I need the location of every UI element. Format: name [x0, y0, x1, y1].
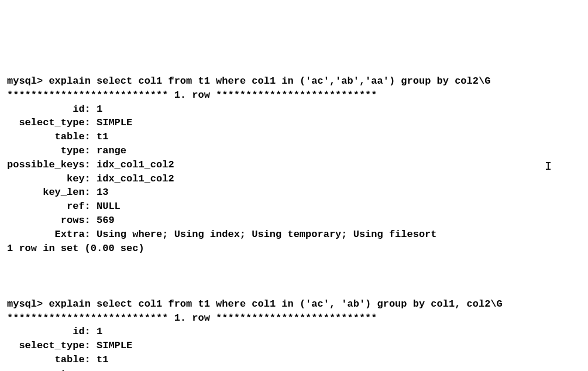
mysql-prompt[interactable]: mysql>: [7, 298, 43, 310]
sql-command: explain select col1 from t1 where col1 i…: [49, 298, 502, 310]
sql-command: explain select col1 from t1 where col1 i…: [49, 75, 490, 87]
field-label-table: table: [7, 353, 85, 367]
field-value-table: t1: [97, 131, 108, 142]
field-label-key-len: key_len: [7, 186, 85, 200]
result-footer: 1 row in set (0.00 sec): [7, 243, 145, 254]
field-value-possible-keys: idx_col1_col2: [97, 159, 174, 170]
field-label-select-type: select_type: [7, 339, 85, 353]
field-value-key: idx_col1_col2: [97, 173, 174, 184]
field-label-ref: ref: [7, 200, 85, 214]
mysql-prompt[interactable]: mysql>: [7, 75, 43, 87]
field-value-extra: Using where; Using index; Using temporar…: [97, 229, 437, 240]
field-value-select-type: SIMPLE: [97, 340, 132, 351]
field-label-extra: Extra: [7, 228, 85, 242]
row-header: *************************** 1. row *****…: [7, 312, 377, 324]
field-label-table: table: [7, 130, 85, 144]
query-block-1: mysql> explain select col1 from t1 where…: [7, 74, 581, 255]
field-value-ref: NULL: [97, 201, 121, 212]
field-label-type: type: [7, 367, 85, 371]
field-label-select-type: select_type: [7, 116, 85, 130]
field-value-table: t1: [97, 354, 108, 365]
field-label-id: id: [7, 325, 85, 339]
field-value-type: range: [97, 368, 126, 371]
field-label-type: type: [7, 144, 85, 158]
text-cursor-icon: I: [545, 159, 552, 175]
query-block-2: mysql> explain select col1 from t1 where…: [7, 297, 581, 371]
field-value-rows: 569: [97, 215, 115, 226]
field-value-id: 1: [97, 104, 102, 115]
field-label-key: key: [7, 172, 85, 186]
field-label-id: id: [7, 102, 85, 116]
terminal-output: mysql> explain select col1 from t1 where…: [7, 60, 581, 371]
field-value-id: 1: [97, 326, 102, 337]
row-header: *************************** 1. row *****…: [7, 90, 377, 101]
field-value-type: range: [97, 145, 126, 156]
field-value-select-type: SIMPLE: [97, 117, 132, 128]
field-label-possible-keys: possible_keys: [7, 158, 85, 172]
field-label-rows: rows: [7, 214, 85, 228]
field-value-key-len: 13: [97, 187, 108, 198]
